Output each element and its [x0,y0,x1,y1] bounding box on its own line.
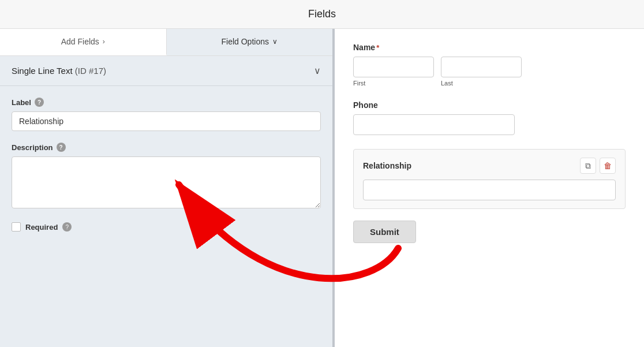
name-fields-row: First Last [353,57,626,87]
relationship-field-header: Relationship ⧉ 🗑 [363,158,616,174]
preview-phone-label: Phone [353,100,626,110]
tabs-row: Add Fields › Field Options ∨ [0,29,332,56]
description-field-label: Description ? [12,143,321,152]
submit-button[interactable]: Submit [353,221,416,243]
field-type-header[interactable]: Single Line Text (ID #17) ∨ [0,56,332,86]
phone-input[interactable] [353,114,515,135]
description-help-icon[interactable]: ? [57,143,66,152]
relationship-field-box: Relationship ⧉ 🗑 [353,149,626,209]
tab-field-options[interactable]: Field Options ∨ [167,29,333,55]
relationship-preview-input[interactable] [363,180,616,200]
required-label: Required [25,223,58,232]
preview-phone-group: Phone [353,100,626,135]
preview-name-label: Name * [353,43,626,52]
label-field-label: Label ? [12,98,321,107]
label-help-icon[interactable]: ? [35,98,44,107]
relationship-preview-label: Relationship [363,161,411,170]
label-input[interactable] [12,111,321,131]
right-panel: Name * First Last Phone [335,29,644,347]
delete-field-button[interactable]: 🗑 [600,158,616,174]
last-label: Last [441,80,522,87]
required-checkbox[interactable] [12,222,21,232]
field-type-title: Single Line Text (ID #17) [12,66,106,76]
field-options-body: Label ? Description ? Required ? [0,86,332,347]
last-name-wrap: Last [441,57,522,87]
field-actions: ⧉ 🗑 [580,158,616,174]
field-options-arrow-icon: ∨ [272,38,278,46]
field-header-chevron-icon: ∨ [314,65,321,76]
last-name-input[interactable] [441,57,522,77]
required-help-icon[interactable]: ? [62,222,72,232]
first-label: First [353,80,434,87]
copy-field-button[interactable]: ⧉ [580,158,596,174]
page-title: Fields [308,8,336,20]
description-group: Description ? [12,143,321,211]
first-name-input[interactable] [353,57,434,77]
left-panel: Add Fields › Field Options ∨ Single Line… [0,29,335,347]
required-star-icon: * [376,43,379,52]
required-row: Required ? [12,222,321,232]
add-fields-arrow-icon: › [103,38,105,46]
tab-add-fields[interactable]: Add Fields › [0,29,167,55]
description-textarea[interactable] [12,156,321,208]
label-group: Label ? [12,98,321,131]
first-name-wrap: First [353,57,434,87]
preview-name-group: Name * First Last [353,43,626,87]
